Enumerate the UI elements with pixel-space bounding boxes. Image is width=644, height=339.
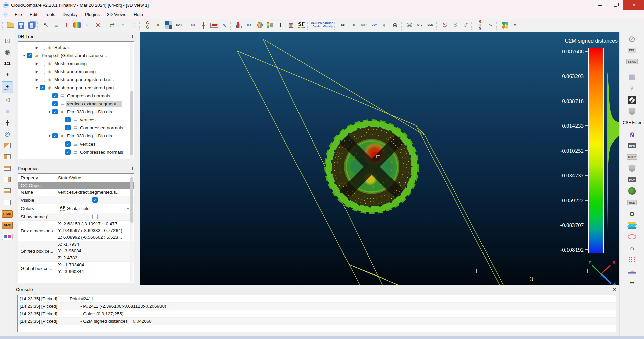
tree-visibility-checkbox[interactable]: ✓ bbox=[65, 117, 71, 122]
view-iso1-button[interactable] bbox=[2, 141, 13, 150]
gears-plugin-button[interactable]: ⚙ bbox=[629, 210, 635, 218]
animation-plugin-button[interactable]: ▦ bbox=[629, 73, 636, 81]
open-file-button[interactable] bbox=[6, 20, 15, 30]
cloud-cloud-compare-button[interactable]: CC bbox=[143, 20, 152, 30]
mls-smoothing-button[interactable]: MLS bbox=[425, 20, 435, 30]
db-tree-scrollbar[interactable] bbox=[130, 42, 133, 159]
view-iso2-button[interactable] bbox=[2, 198, 13, 207]
colorize-mesh-button[interactable] bbox=[72, 20, 82, 30]
spline-gray-button[interactable]: S bbox=[450, 20, 460, 30]
tree-item-label[interactable]: vertices bbox=[79, 117, 97, 123]
sf-calculator-button[interactable]: ▦ bbox=[286, 20, 296, 30]
tree-visibility-checkbox[interactable]: ✓ bbox=[65, 141, 71, 147]
properties-table[interactable]: Property State/Value CC Object Nameverti… bbox=[18, 173, 134, 283]
tree-item-label[interactable]: Ref.part bbox=[53, 45, 72, 50]
tree-visibility-checkbox[interactable]: ✓ bbox=[52, 109, 58, 114]
primitive-factory-button[interactable]: ● bbox=[153, 20, 163, 30]
gaussian-filter-button[interactable]: μ,σ bbox=[244, 20, 254, 30]
view-front-button[interactable]: FRONT bbox=[2, 209, 13, 218]
magnet-plugin-button[interactable]: ∩ bbox=[630, 244, 634, 252]
ellipse-plugin-button[interactable] bbox=[628, 232, 636, 241]
tree-expand-collapse-icon[interactable]: ▼ bbox=[47, 134, 52, 138]
menu-edit[interactable]: Edit bbox=[26, 11, 41, 18]
properties-list-button[interactable]: ≡ bbox=[51, 20, 61, 30]
tree-item[interactable]: ▼✓◈Mesh.part.part.registered.part bbox=[19, 83, 134, 92]
tree-item[interactable]: ▶◈Mesh.part.remaining bbox=[19, 67, 134, 75]
db-tree-view[interactable]: ▶◈Ref.part▼✓▰Prepp.stl (G:/Intraoral sca… bbox=[18, 41, 134, 159]
menu-tools[interactable]: Tools bbox=[41, 11, 59, 18]
tree-expand-expand-icon[interactable]: ▶ bbox=[34, 62, 39, 65]
unroll-cylinder-button[interactable]: ↺ bbox=[461, 20, 470, 30]
point-list-picking-button[interactable]: + bbox=[62, 20, 72, 30]
apply-transformation-button[interactable]: ↑ bbox=[118, 20, 128, 30]
cross-section-button[interactable] bbox=[209, 20, 219, 30]
save-all-button[interactable] bbox=[27, 20, 36, 30]
canupo-classify-button[interactable]: CANUPO Classify bbox=[323, 20, 334, 30]
close-button[interactable]: ✕ bbox=[623, 0, 644, 10]
tree-item-label[interactable]: Dip: 030 deg. - Dip dire... bbox=[66, 133, 119, 139]
tree-item-label[interactable]: Compressed normals bbox=[79, 149, 124, 155]
tree-item-label[interactable]: Prepp.stl (G:/Intraoral scaners/... bbox=[40, 53, 108, 58]
facets-plugin-button[interactable] bbox=[628, 187, 636, 195]
tree-item[interactable]: ▼✓●Dip: 030 deg. - Dip dire... bbox=[19, 132, 134, 140]
globe-button[interactable]: ⊕ bbox=[390, 20, 400, 30]
tree-item[interactable]: ▶◈Mesh.part.part.registered.re... bbox=[19, 75, 134, 83]
kd-tree-button[interactable]: Kd bbox=[338, 20, 348, 30]
tree-visibility-checkbox[interactable]: ✓ bbox=[40, 85, 45, 90]
tree-item-label[interactable]: Compressed normals bbox=[79, 125, 124, 131]
tree-item[interactable]: ✓☁vertices bbox=[19, 140, 134, 148]
tree-item[interactable]: ✓▤Compressed normals bbox=[19, 124, 134, 132]
cloud-ruler-plugin-button[interactable]: ☁ bbox=[628, 267, 636, 275]
view-left-button[interactable] bbox=[2, 152, 13, 161]
tree-item-label[interactable]: Mesh.part.part.registered.re... bbox=[53, 77, 116, 82]
tree-item[interactable]: ✓☁vertices bbox=[19, 116, 134, 124]
rotate-view-button[interactable]: ◁ bbox=[2, 95, 13, 104]
pcv-plugin-button[interactable]: PCV bbox=[628, 175, 636, 184]
db-tree-float-button[interactable] bbox=[129, 35, 133, 38]
db-tree-scroll-thumb[interactable] bbox=[130, 91, 133, 155]
plugin-disabled-icon[interactable]: ⊘ bbox=[628, 35, 636, 43]
edl-shader-button[interactable]: EDL bbox=[628, 46, 636, 55]
polyline-trace-button[interactable]: ∿ bbox=[220, 20, 229, 30]
menu-help[interactable]: Help bbox=[130, 11, 147, 18]
translate-rotate-button[interactable]: ╋ bbox=[199, 20, 209, 30]
tree-visibility-checkbox[interactable] bbox=[40, 61, 45, 66]
scissors-segment-button[interactable]: ✂ bbox=[188, 20, 198, 30]
properties-scroll-thumb[interactable] bbox=[130, 177, 133, 223]
tree-visibility-checkbox[interactable]: ✓ bbox=[65, 125, 71, 130]
normals-curvature-button[interactable]: N+C bbox=[415, 20, 425, 30]
toolbar-overflow-button[interactable]: » bbox=[486, 20, 495, 30]
csv-export-button[interactable]: CSV bbox=[369, 20, 379, 30]
close-view-button[interactable]: [← bbox=[83, 20, 92, 30]
shield2-icon[interactable] bbox=[628, 164, 636, 173]
sphere-button[interactable]: ◐ bbox=[380, 20, 389, 30]
pick-rotation-center-button[interactable]: + bbox=[2, 70, 13, 79]
tree-visibility-checkbox[interactable] bbox=[40, 77, 45, 82]
tree-visibility-checkbox[interactable]: ✓ bbox=[52, 133, 58, 138]
forest-plugin-button[interactable]: ♠♠ bbox=[630, 278, 634, 287]
tree-expand-expand-icon[interactable]: ▶ bbox=[34, 46, 39, 49]
auto-pick-center-button[interactable]: +auto bbox=[2, 81, 13, 93]
tree-visibility-checkbox[interactable] bbox=[40, 69, 45, 74]
sf-delete-button[interactable] bbox=[265, 20, 275, 30]
tree-item-label[interactable]: Mesh.remaining bbox=[53, 61, 88, 66]
tree-visibility-checkbox[interactable]: ✓ bbox=[27, 53, 32, 58]
tree-item[interactable]: ▶◈Ref.part bbox=[19, 43, 134, 51]
sor-filter-button[interactable]: SOR bbox=[174, 20, 184, 30]
tree-visibility-checkbox[interactable]: ✓ bbox=[52, 93, 58, 98]
masc-3d-train-button[interactable] bbox=[500, 20, 510, 30]
3d-view[interactable]: C2M signed distances 0.0876880.0632030.0… bbox=[140, 32, 619, 285]
hand-picking-plugin-button[interactable] bbox=[628, 255, 636, 264]
minimize-button[interactable]: — bbox=[592, 0, 608, 10]
tree-expand-expand-icon[interactable]: ▶ bbox=[34, 70, 39, 73]
property-checkbox[interactable] bbox=[92, 214, 98, 219]
restore-button[interactable] bbox=[608, 0, 623, 10]
hpr-plugin-button[interactable]: HPR bbox=[628, 141, 636, 150]
view-right-button[interactable] bbox=[2, 175, 13, 184]
canupo-create-button[interactable]: CANUPO Create bbox=[311, 20, 322, 30]
ssao-shader-button[interactable]: SSAO bbox=[626, 57, 638, 66]
shp-export-button[interactable]: SHP bbox=[359, 20, 369, 30]
pick-cursor-button[interactable]: ↖ bbox=[41, 20, 51, 30]
delete-button[interactable]: ✕ bbox=[93, 20, 103, 30]
menu-3d-views[interactable]: 3D Views bbox=[103, 11, 130, 18]
